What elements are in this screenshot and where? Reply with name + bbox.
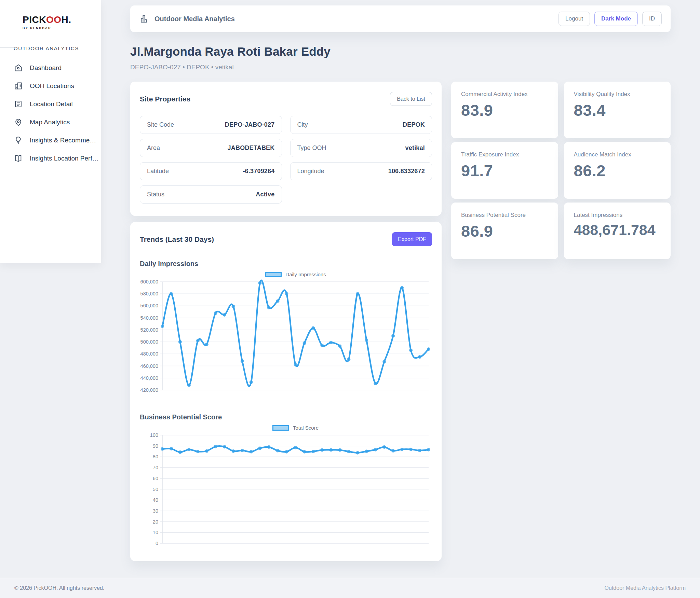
stat-card-visibility-quality: Visibility Quality Index 83.4 bbox=[564, 82, 671, 138]
sidebar-item-dashboard[interactable]: Dashboard bbox=[0, 59, 101, 77]
svg-text:420,000: 420,000 bbox=[140, 387, 158, 393]
stat-label: Visibility Quality Index bbox=[574, 91, 661, 98]
field-site-code: Site Code DEPO-JABO-027 bbox=[140, 116, 282, 134]
field-value: vetikal bbox=[405, 144, 425, 152]
field-label: Status bbox=[147, 191, 164, 198]
main-content: Outdoor Media Analytics Logout Dark Mode… bbox=[130, 0, 671, 561]
copyright-text: © 2026 PickOOH. All rights reserved. bbox=[14, 585, 104, 591]
brand-tagline: BY RENDBAR bbox=[23, 26, 101, 30]
stat-label: Traffic Exposure Index bbox=[461, 151, 548, 158]
brand-logo: PICKOOH. BY RENDBAR bbox=[0, 0, 101, 30]
sidebar-item-insights-location-performance[interactable]: Insights Location Perf… bbox=[0, 149, 101, 167]
sidebar-item-label: Location Detail bbox=[30, 100, 73, 108]
stat-label: Business Potential Score bbox=[461, 212, 548, 219]
svg-text:480,000: 480,000 bbox=[140, 351, 158, 357]
sidebar-item-label: OOH Locations bbox=[30, 82, 74, 90]
svg-text:520,000: 520,000 bbox=[140, 327, 158, 333]
stat-card-latest-impressions: Latest Impressions 488,671.784 bbox=[564, 203, 671, 259]
sidebar-section-label: OUTDOOR ANALYTICS bbox=[14, 45, 101, 51]
home-icon bbox=[14, 63, 23, 72]
footer: © 2026 PickOOH. All rights reserved. Out… bbox=[0, 578, 700, 598]
language-id-button[interactable]: ID bbox=[642, 12, 662, 26]
logout-button[interactable]: Logout bbox=[558, 12, 590, 26]
export-pdf-button[interactable]: Export PDF bbox=[392, 232, 432, 246]
stat-card-business-potential: Business Potential Score 86.9 bbox=[451, 203, 558, 259]
svg-text:80: 80 bbox=[153, 454, 158, 459]
field-latitude: Latitude -6.3709264 bbox=[140, 162, 282, 180]
sidebar-item-label: Dashboard bbox=[30, 64, 62, 72]
field-city: City DEPOK bbox=[290, 116, 432, 134]
stat-value: 91.7 bbox=[461, 161, 548, 180]
sidebar-item-ooh-locations[interactable]: OOH Locations bbox=[0, 77, 101, 95]
svg-text:600,000: 600,000 bbox=[140, 279, 158, 284]
field-label: Longitude bbox=[297, 168, 324, 175]
sidebar-item-location-detail[interactable]: Location Detail bbox=[0, 95, 101, 113]
buildings-icon bbox=[14, 81, 23, 91]
topbar-actions: Logout Dark Mode ID bbox=[558, 12, 662, 26]
daily-impressions-subtitle: Daily Impressions bbox=[140, 260, 432, 268]
topbar: Outdoor Media Analytics Logout Dark Mode… bbox=[130, 5, 671, 32]
svg-text:0: 0 bbox=[156, 541, 158, 546]
platform-text: Outdoor Media Analytics Platform bbox=[605, 585, 686, 591]
field-value: 106.8332672 bbox=[388, 168, 425, 175]
site-properties-card: Site Properties Back to List Site Code D… bbox=[130, 82, 442, 216]
trends-header: Trends (Last 30 Days) Export PDF bbox=[140, 232, 432, 246]
sidebar-item-insights-recommendations[interactable]: Insights & Recomme… bbox=[0, 131, 101, 149]
stat-value: 86.9 bbox=[461, 222, 548, 240]
field-label: City bbox=[297, 121, 308, 128]
stat-label: Latest Impressions bbox=[574, 212, 661, 219]
left-column: Site Properties Back to List Site Code D… bbox=[130, 82, 442, 561]
stat-card-audience-match: Audience Match Index 86.2 bbox=[564, 142, 671, 199]
field-value: Active bbox=[256, 191, 274, 198]
back-to-list-button[interactable]: Back to List bbox=[390, 92, 432, 106]
legend-label: Daily Impressions bbox=[285, 272, 326, 277]
sidebar-item-map-analytics[interactable]: Map Analytics bbox=[0, 113, 101, 131]
svg-text:500,000: 500,000 bbox=[140, 339, 158, 345]
legend-swatch bbox=[272, 425, 289, 431]
field-area: Area JABODETABEK bbox=[140, 139, 282, 157]
stat-value: 83.4 bbox=[574, 101, 661, 120]
field-label: Type OOH bbox=[297, 144, 326, 152]
site-properties-fields: Site Code DEPO-JABO-027 City DEPOK Area … bbox=[140, 116, 432, 204]
svg-text:440,000: 440,000 bbox=[140, 375, 158, 381]
sidebar-nav: Dashboard OOH Locations Location Detail … bbox=[0, 59, 101, 167]
legend-label: Total Score bbox=[293, 425, 319, 431]
svg-text:540,000: 540,000 bbox=[140, 315, 158, 321]
daily-impressions-legend[interactable]: Daily Impressions bbox=[162, 270, 429, 279]
stat-value: 86.2 bbox=[574, 161, 661, 180]
stat-value: 83.9 bbox=[461, 101, 548, 120]
sidebar-item-label: Insights Location Perf… bbox=[30, 155, 99, 162]
svg-text:20: 20 bbox=[153, 519, 158, 525]
total-score-legend[interactable]: Total Score bbox=[162, 423, 429, 432]
sidebar-item-label: Insights & Recomme… bbox=[30, 137, 96, 144]
open-book-icon bbox=[14, 154, 23, 163]
legend-swatch bbox=[265, 272, 282, 277]
business-potential-chart: 1009080706050403020100 bbox=[140, 432, 432, 550]
business-potential-subtitle: Business Potential Score bbox=[140, 413, 432, 421]
field-type-ooh: Type OOH vetikal bbox=[290, 139, 432, 157]
stat-label: Commercial Activity Index bbox=[461, 91, 548, 98]
svg-text:90: 90 bbox=[153, 443, 158, 449]
daily-impressions-chart: 600,000580,000560,000540,000520,000500,0… bbox=[140, 279, 432, 397]
page-title: Jl.Margonda Raya Roti Bakar Eddy bbox=[130, 45, 671, 58]
svg-text:580,000: 580,000 bbox=[140, 291, 158, 296]
site-properties-title: Site Properties bbox=[140, 95, 190, 103]
trends-title: Trends (Last 30 Days) bbox=[140, 235, 214, 244]
map-pin-icon bbox=[14, 117, 23, 127]
svg-text:40: 40 bbox=[153, 497, 158, 503]
field-longitude: Longitude 106.8332672 bbox=[290, 162, 432, 180]
site-properties-header: Site Properties Back to List bbox=[140, 92, 432, 106]
brand-name: PICKOOH. bbox=[23, 14, 101, 25]
svg-text:50: 50 bbox=[153, 487, 158, 492]
bar-chart-icon bbox=[139, 14, 149, 24]
topbar-title-group: Outdoor Media Analytics bbox=[139, 14, 235, 24]
stat-value: 488,671.784 bbox=[574, 222, 661, 238]
stat-label: Audience Match Index bbox=[574, 151, 661, 158]
field-label: Site Code bbox=[147, 121, 174, 128]
content-columns: Site Properties Back to List Site Code D… bbox=[130, 82, 671, 561]
dark-mode-button[interactable]: Dark Mode bbox=[594, 12, 638, 26]
stat-card-traffic-exposure: Traffic Exposure Index 91.7 bbox=[451, 142, 558, 199]
sidebar-item-label: Map Analytics bbox=[30, 119, 70, 126]
svg-text:30: 30 bbox=[153, 508, 158, 514]
field-label: Latitude bbox=[147, 168, 169, 175]
